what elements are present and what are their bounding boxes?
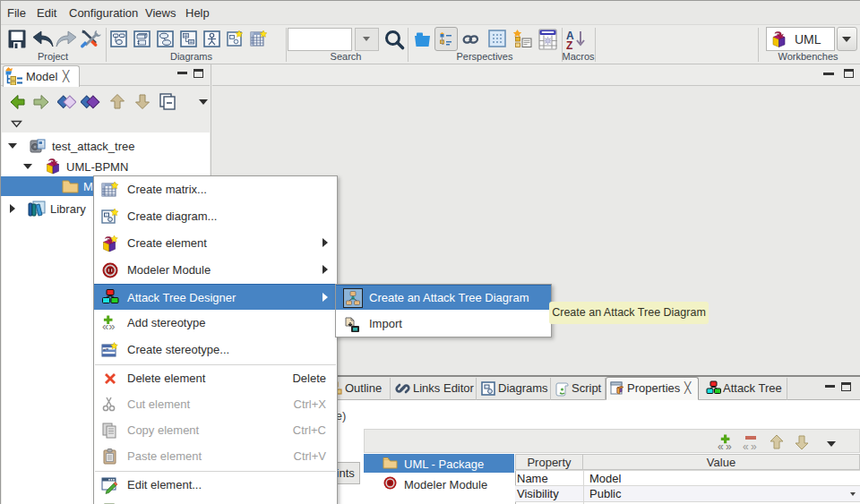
- svg-text:«: «: [718, 440, 724, 453]
- svg-text:«»: «»: [102, 320, 115, 332]
- svg-text:«=: «=: [103, 346, 108, 352]
- svg-text:»: »: [726, 440, 732, 453]
- svg-text:«: «: [743, 440, 749, 453]
- svg-text:»: »: [751, 440, 757, 453]
